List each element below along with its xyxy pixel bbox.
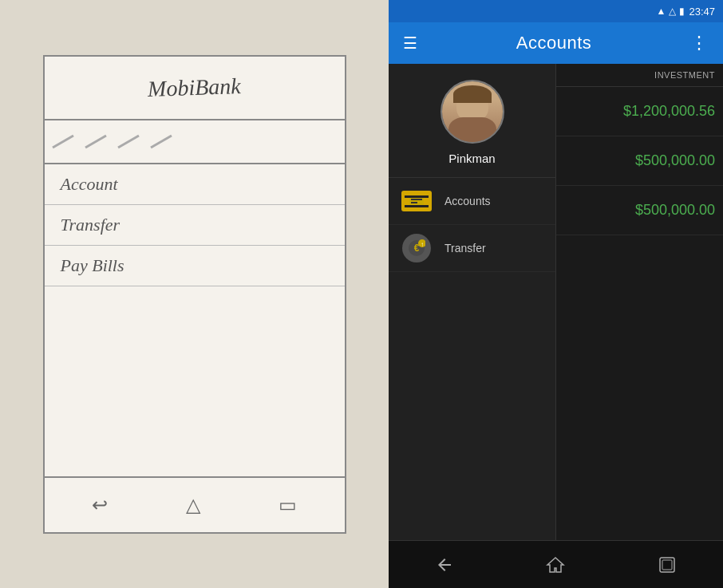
sketch-back-icon: ↩ (92, 494, 108, 516)
accounts-icon-container (401, 189, 433, 213)
profile-name: Pinkman (448, 152, 495, 165)
svg-rect-2 (411, 202, 417, 203)
table-header-row: INVESTMENT (556, 64, 723, 87)
svg-rect-8 (662, 560, 672, 570)
recent-apps-icon (658, 556, 676, 574)
drawer-items: Accounts € ↑ Trans (389, 178, 555, 540)
account-amount-1: $1,200,000.56 (564, 103, 715, 120)
sketch-menu-paybills: Pay Bills (45, 246, 345, 286)
home-icon (546, 555, 565, 574)
wifi-icon: ▲ (657, 6, 666, 17)
sketch-footer: ↩ △ ▭ (45, 476, 345, 532)
sketch-nav-line-3 (117, 134, 139, 148)
sketch-content: Account Transfer Pay Bills (45, 164, 345, 476)
table-row: $500,000.00 (556, 186, 723, 235)
svg-rect-1 (411, 199, 422, 200)
sketch-wireframe: MobiBank Account Transfer Pay Bills ↩ △ … (43, 55, 346, 534)
sketch-app-title: MobiBank (148, 73, 242, 101)
sketch-nav-line-4 (150, 134, 172, 148)
navigation-drawer: Pinkman Accounts (389, 64, 556, 540)
drawer-accounts-label: Accounts (444, 195, 491, 207)
drawer-item-accounts[interactable]: Accounts (389, 178, 555, 225)
table-row: $1,200,000.56 (556, 87, 723, 136)
accounts-icon (401, 191, 432, 211)
avatar-face (442, 81, 503, 142)
sketch-menu-transfer: Transfer (45, 205, 345, 246)
sketch-nav-line-2 (85, 134, 106, 148)
drawer-transfer-label: Transfer (444, 242, 486, 255)
main-content: INVESTMENT $1,200,000.56 $500,000.00 $50… (556, 64, 723, 540)
empty-space (556, 235, 723, 540)
battery-icon: ▮ (679, 6, 685, 17)
sketch-home-icon: △ (186, 494, 200, 516)
recent-apps-button[interactable] (643, 549, 691, 581)
avatar (441, 80, 504, 144)
back-button[interactable] (421, 549, 468, 581)
status-icons: ▲ △ ▮ (657, 6, 685, 17)
account-amount-2: $500,000.00 (564, 152, 715, 169)
sketch-nav-line-1 (52, 134, 73, 148)
status-time: 23:47 (689, 6, 715, 18)
sketch-menu-account: Account (45, 164, 345, 205)
menu-button[interactable]: ☰ (397, 27, 424, 59)
home-button[interactable] (531, 549, 579, 581)
signal-icon: △ (669, 6, 676, 17)
sketch-panel: MobiBank Account Transfer Pay Bills ↩ △ … (0, 0, 389, 588)
sketch-header: MobiBank (45, 57, 345, 120)
toolbar-title: Accounts (424, 33, 684, 53)
navigation-bar (389, 540, 723, 588)
investment-col-header: INVESTMENT (564, 70, 715, 80)
avatar-hair (453, 85, 492, 103)
drawer-profile: Pinkman (389, 64, 555, 178)
transfer-icon: € ↑ (402, 234, 431, 262)
app-toolbar: ☰ Accounts ⋮ (389, 22, 723, 64)
sketch-recent-icon: ▭ (279, 494, 297, 516)
transfer-icon-container: € ↑ (401, 236, 433, 260)
table-row: $500,000.00 (556, 136, 723, 186)
status-bar: ▲ △ ▮ 23:47 (389, 0, 723, 22)
app-content: Pinkman Accounts (389, 64, 723, 540)
svg-text:↑: ↑ (421, 241, 424, 248)
back-icon (435, 555, 454, 574)
account-amount-3: $500,000.00 (564, 202, 715, 219)
drawer-item-transfer[interactable]: € ↑ Transfer (389, 225, 555, 272)
svg-rect-0 (409, 196, 424, 206)
sketch-nav-bar (45, 120, 345, 164)
more-options-button[interactable]: ⋮ (684, 26, 715, 60)
app-panel: ▲ △ ▮ 23:47 ☰ Accounts ⋮ Pinkman (389, 0, 723, 588)
